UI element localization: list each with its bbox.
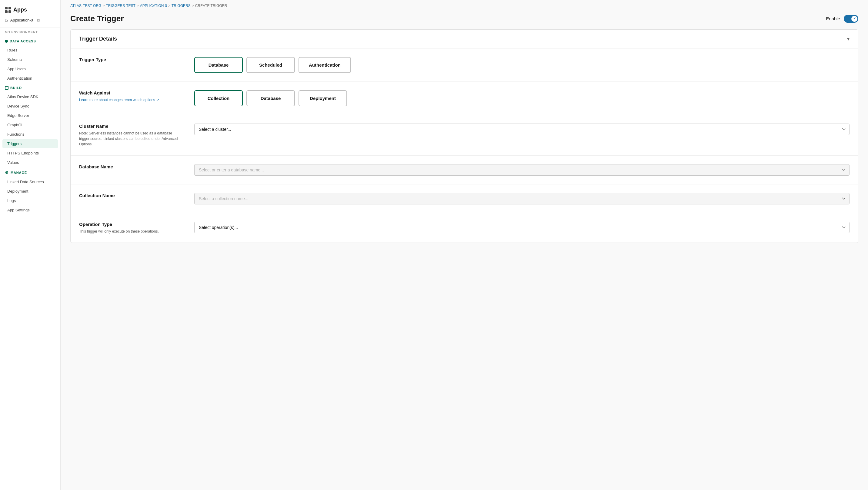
database-name-row: Database Name Select or enter a database… (71, 156, 858, 185)
apps-icon (5, 7, 11, 13)
breadcrumb-sep-1: > (102, 4, 104, 8)
main-content: ATLAS-TEST-ORG > TRIGGERS-TEST > APPLICA… (61, 0, 868, 490)
breadcrumb: ATLAS-TEST-ORG > TRIGGERS-TEST > APPLICA… (61, 0, 868, 11)
sidebar-item-atlas-device-sdk[interactable]: Atlas Device SDK (2, 92, 58, 101)
watch-against-database-btn[interactable]: Database (246, 90, 295, 106)
sidebar-item-functions[interactable]: Functions (2, 130, 58, 139)
operation-type-control: Select operation(s)... (194, 222, 849, 233)
collection-name-label: Collection Name (79, 193, 182, 198)
sidebar: Apps ⌂ Application-0 ⧉ NO ENVIRONMENT DA… (0, 0, 61, 490)
watch-against-row: Watch Against Learn more about changestr… (71, 82, 858, 115)
breadcrumb-sep-4: > (192, 4, 194, 8)
apps-label: Apps (13, 7, 27, 13)
sidebar-item-app-settings[interactable]: App Settings (2, 206, 58, 215)
collection-name-control: Select a collection name... (194, 193, 849, 204)
copy-icon[interactable]: ⧉ (37, 18, 40, 23)
card-title: Trigger Details (79, 36, 117, 42)
section-label-text-manage: MANAGE (10, 171, 27, 174)
database-name-select[interactable]: Select or enter a database name... (194, 164, 849, 176)
sidebar-item-values[interactable]: Values (2, 158, 58, 167)
collection-name-row: Collection Name Select a collection name… (71, 185, 858, 213)
cluster-name-label: Cluster Name (79, 124, 182, 129)
database-name-control: Select or enter a database name... (194, 164, 849, 176)
gear-icon: ⚙ (5, 170, 9, 175)
cluster-name-label-col: Cluster Name Note: Serverless instances … (79, 124, 182, 147)
chevron-down-icon[interactable]: ▾ (847, 36, 849, 42)
database-name-label: Database Name (79, 164, 182, 169)
build-icon (5, 86, 8, 90)
sidebar-section-data-access: DATA ACCESS (0, 36, 60, 45)
breadcrumb-atlas-test-org[interactable]: ATLAS-TEST-ORG (70, 4, 101, 8)
collection-name-select[interactable]: Select a collection name... (194, 193, 849, 204)
section-label-data-access: DATA ACCESS (5, 39, 56, 43)
trigger-type-control: Database Scheduled Authentication (194, 57, 849, 73)
breadcrumb-triggers[interactable]: TRIGGERS (172, 4, 191, 8)
breadcrumb-application-0[interactable]: APPLICATION-0 (140, 4, 167, 8)
enable-row: Enable ✓ (826, 15, 858, 23)
sidebar-top: Apps ⌂ Application-0 ⧉ (0, 0, 60, 28)
breadcrumb-sep-3: > (168, 4, 170, 8)
operation-type-label: Operation Type (79, 222, 182, 227)
watch-against-sublabel: Learn more about changestream watch opti… (79, 97, 182, 103)
sidebar-item-https-endpoints[interactable]: HTTPS Endpoints (2, 149, 58, 158)
operation-type-row: Operation Type This trigger will only ex… (71, 213, 858, 242)
trigger-type-authentication-btn[interactable]: Authentication (299, 57, 351, 73)
section-label-build: BUILD (5, 86, 56, 90)
watch-against-control: Collection Database Deployment (194, 90, 849, 106)
breadcrumb-triggers-test[interactable]: TRIGGERS-TEST (106, 4, 135, 8)
section-label-manage: ⚙ MANAGE (5, 170, 56, 175)
cluster-name-note: Note: Serverless instances cannot be use… (79, 131, 182, 147)
toggle-knob: ✓ (851, 16, 858, 22)
trigger-type-label-col: Trigger Type (79, 57, 182, 64)
cluster-name-select[interactable]: Select a cluster... (194, 124, 849, 135)
trigger-type-btn-group: Database Scheduled Authentication (194, 57, 849, 73)
sidebar-item-authentication[interactable]: Authentication (2, 74, 58, 83)
sidebar-item-app-users[interactable]: App Users (2, 65, 58, 73)
operation-type-select[interactable]: Select operation(s)... (194, 222, 849, 233)
data-access-dot (5, 40, 8, 43)
watch-against-label: Watch Against (79, 90, 182, 95)
section-label-text-build: BUILD (10, 86, 22, 90)
cluster-name-row: Cluster Name Note: Serverless instances … (71, 115, 858, 156)
sidebar-section-manage: ⚙ MANAGE (0, 167, 60, 177)
watch-against-link[interactable]: Learn more about changestream watch opti… (79, 98, 159, 102)
sidebar-item-device-sync[interactable]: Device Sync (2, 102, 58, 110)
operation-type-label-col: Operation Type This trigger will only ex… (79, 222, 182, 234)
enable-toggle[interactable]: ✓ (844, 15, 858, 23)
watch-against-collection-btn[interactable]: Collection (194, 90, 243, 106)
trigger-type-label: Trigger Type (79, 57, 182, 62)
enable-label: Enable (826, 16, 840, 21)
watch-against-deployment-btn[interactable]: Deployment (299, 90, 347, 106)
app-row[interactable]: ⌂ Application-0 ⧉ (5, 15, 56, 25)
cluster-name-control: Select a cluster... (194, 124, 849, 135)
watch-against-label-col: Watch Against Learn more about changestr… (79, 90, 182, 103)
sidebar-item-rules[interactable]: Rules (2, 46, 58, 55)
sidebar-item-linked-data-sources[interactable]: Linked Data Sources (2, 177, 58, 186)
breadcrumb-current: CREATE TRIGGER (195, 4, 227, 8)
sidebar-apps-item[interactable]: Apps (5, 4, 56, 15)
breadcrumb-sep-2: > (137, 4, 139, 8)
sidebar-item-schema[interactable]: Schema (2, 55, 58, 64)
sidebar-item-triggers[interactable]: Triggers (2, 139, 58, 148)
database-name-label-col: Database Name (79, 164, 182, 171)
trigger-type-scheduled-btn[interactable]: Scheduled (246, 57, 295, 73)
watch-against-btn-group: Collection Database Deployment (194, 90, 849, 106)
sidebar-item-deployment[interactable]: Deployment (2, 187, 58, 196)
trigger-type-row: Trigger Type Database Scheduled Authenti… (71, 48, 858, 82)
app-name: Application-0 (10, 18, 33, 23)
page-title: Create Trigger (70, 14, 124, 23)
no-environment-label: NO ENVIRONMENT (0, 28, 60, 36)
check-icon: ✓ (853, 17, 856, 21)
section-label-text: DATA ACCESS (10, 39, 36, 43)
sidebar-item-graphql[interactable]: GraphQL (2, 121, 58, 129)
card-header: Trigger Details ▾ (71, 30, 858, 48)
operation-type-sublabel: This trigger will only execute on these … (79, 229, 182, 234)
sidebar-section-build: BUILD (0, 83, 60, 92)
collection-name-label-col: Collection Name (79, 193, 182, 200)
trigger-type-database-btn[interactable]: Database (194, 57, 243, 73)
home-icon: ⌂ (5, 17, 8, 23)
trigger-details-card: Trigger Details ▾ Trigger Type Database … (70, 29, 858, 243)
sidebar-item-logs[interactable]: Logs (2, 196, 58, 205)
sidebar-item-edge-server[interactable]: Edge Server (2, 111, 58, 120)
page-header: Create Trigger Enable ✓ (61, 11, 868, 29)
